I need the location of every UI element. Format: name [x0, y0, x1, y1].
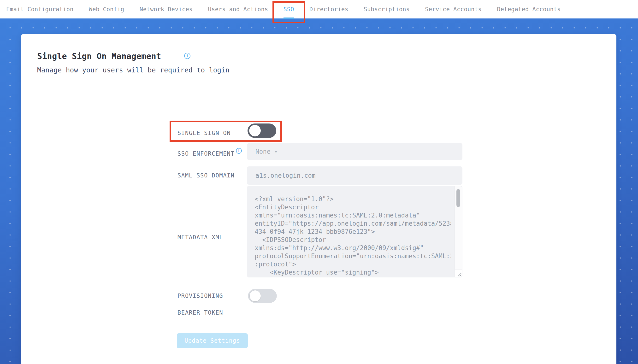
single-sign-on-toggle[interactable]	[248, 124, 276, 138]
metadata-xml-label: METADATA XML	[178, 234, 223, 241]
metadata-xml-content: <?xml version="1.0"?> <EntityDescriptor …	[255, 195, 451, 278]
tab-sso-label: SSO	[284, 6, 294, 13]
metadata-xml-textarea[interactable]: <?xml version="1.0"?> <EntityDescriptor …	[247, 186, 462, 278]
tab-email-configuration[interactable]: Email Configuration	[6, 0, 74, 18]
provisioning-toggle[interactable]	[248, 289, 277, 303]
resize-handle-icon[interactable]	[454, 270, 462, 277]
sso-enforcement-select[interactable]: None ▼	[247, 143, 462, 160]
tab-service-accounts[interactable]: Service Accounts	[425, 0, 482, 18]
saml-sso-domain-label: SAML SSO DOMAIN	[178, 172, 234, 179]
single-sign-on-label: SINGLE SIGN ON	[178, 130, 231, 136]
sso-enforcement-value: None	[256, 148, 270, 155]
sso-enforcement-label: SSO ENFORCEMENTi	[178, 150, 234, 157]
tab-subscriptions[interactable]: Subscriptions	[364, 0, 410, 18]
page-subtitle: Manage how your users will be required t…	[37, 66, 230, 74]
update-settings-button[interactable]: Update Settings	[177, 333, 248, 348]
active-tab-underline	[284, 18, 294, 19]
title-info-icon[interactable]: i	[184, 53, 190, 59]
toggle-knob	[250, 290, 261, 302]
top-navigation: Email Configuration Web Config Network D…	[0, 0, 638, 18]
chevron-down-icon: ▼	[275, 150, 277, 154]
saml-sso-domain-value: a1s.onelogin.com	[256, 172, 316, 179]
page-title: Single Sign On Management	[37, 51, 161, 61]
toggle-knob	[249, 125, 261, 136]
tab-network-devices[interactable]: Network Devices	[140, 0, 192, 18]
scrollbar-track[interactable]	[454, 186, 462, 277]
tab-delegated-accounts[interactable]: Delegated Accounts	[497, 0, 561, 18]
tab-sso[interactable]: SSO	[284, 0, 294, 18]
provisioning-label: PROVISIONING	[178, 292, 223, 299]
tab-users-and-actions[interactable]: Users and Actions	[208, 0, 268, 18]
sso-settings-card: Single Sign On Management i Manage how y…	[21, 34, 616, 364]
tab-directories[interactable]: Directories	[310, 0, 348, 18]
sso-enforcement-info-icon[interactable]: i	[236, 148, 242, 154]
scrollbar-thumb[interactable]	[456, 189, 460, 207]
bearer-token-label: BEARER TOKEN	[178, 309, 223, 316]
tab-web-config[interactable]: Web Config	[89, 0, 124, 18]
sso-enforcement-label-text: SSO ENFORCEMENT	[178, 150, 234, 157]
resize-grip-lines	[457, 272, 462, 277]
saml-sso-domain-input[interactable]: a1s.onelogin.com	[247, 166, 462, 185]
